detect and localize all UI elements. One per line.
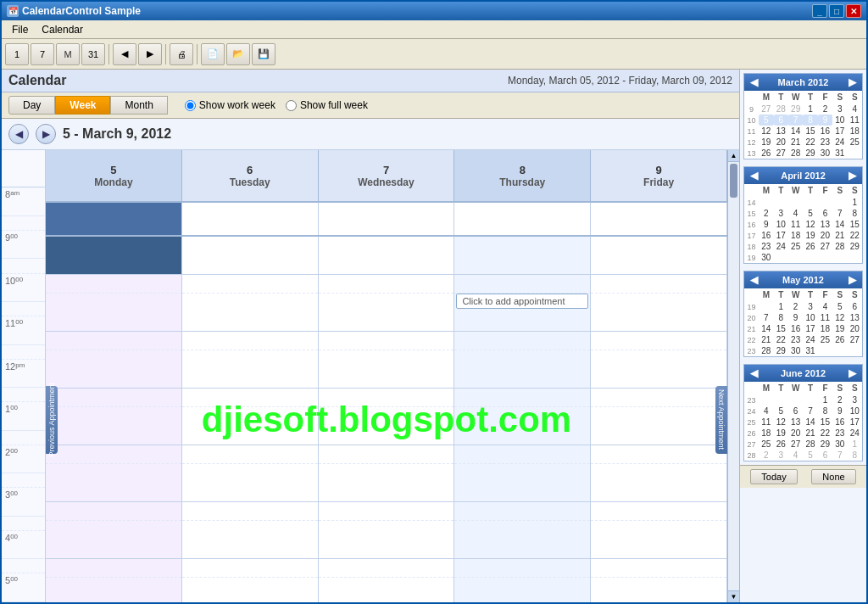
next-button[interactable]: ▶	[36, 124, 56, 144]
mini-date[interactable]: 31	[832, 148, 847, 159]
tab-month[interactable]: Month	[110, 96, 167, 115]
mini-april-prev[interactable]: ◀	[747, 170, 761, 182]
mini-march-prev[interactable]: ◀	[747, 76, 761, 88]
day-col-wednesday[interactable]	[319, 237, 455, 602]
tab-day[interactable]: Day	[8, 96, 55, 115]
appointment-placeholder[interactable]: Click to add appointment	[456, 294, 588, 309]
open-button[interactable]: 📂	[226, 43, 250, 65]
scroll-thumb[interactable]	[730, 164, 737, 198]
mini-date[interactable]: 2	[818, 103, 832, 115]
radio-full-week-input[interactable]	[286, 100, 297, 111]
today-button[interactable]: Today	[750, 469, 797, 484]
mini-date-9[interactable]: 9	[818, 115, 832, 126]
tab-week[interactable]: Week	[55, 96, 110, 115]
menu-file[interactable]: File	[5, 22, 35, 37]
mini-date-11[interactable]: 11	[848, 115, 862, 126]
mini-march-next[interactable]: ▶	[845, 76, 860, 88]
mini-date[interactable]: 29	[788, 103, 803, 115]
week-view-button[interactable]: 7	[31, 43, 54, 65]
mini-date[interactable]	[848, 148, 862, 159]
mini-date[interactable]: 27	[759, 103, 773, 115]
mini-date[interactable]: 14	[788, 126, 803, 137]
toolbar: 1 7 M 31 ◀ ▶ 🖨 📄 📂 💾	[2, 39, 866, 70]
mini-date[interactable]: 28	[788, 148, 803, 159]
menu-calendar[interactable]: Calendar	[35, 22, 90, 37]
mini-date-7[interactable]: 7	[788, 115, 803, 126]
tue-11	[182, 407, 318, 445]
mini-date-5[interactable]: 5	[759, 115, 773, 126]
day-view-button[interactable]: 1	[5, 43, 29, 65]
day-col-monday[interactable]	[46, 237, 182, 602]
mini-date[interactable]: 21	[788, 137, 803, 148]
scroll-down-button[interactable]: ▼	[728, 590, 739, 602]
mini-date[interactable]: 19	[759, 137, 773, 148]
day-col-thursday[interactable]: Click to add appointment	[454, 237, 591, 602]
mini-date[interactable]: 23	[818, 137, 832, 148]
mini-date[interactable]: 24	[832, 137, 847, 148]
print-button[interactable]: 🖨	[170, 43, 193, 65]
mini-date[interactable]: 26	[759, 148, 773, 159]
time-slot-8am: 8am	[2, 187, 45, 215]
minimize-button[interactable]: _	[812, 4, 827, 18]
mini-date[interactable]: 18	[848, 126, 862, 137]
day-header-wednesday[interactable]: 7 Wednesday	[319, 150, 455, 201]
allday-thursday	[454, 203, 591, 235]
mini-date[interactable]: 17	[832, 126, 847, 137]
mini-date[interactable]: 15	[803, 126, 817, 137]
mini-date[interactable]: 25	[848, 137, 862, 148]
mini-date[interactable]: 27	[774, 148, 788, 159]
menu-bar: File Calendar	[2, 20, 866, 39]
mini-date[interactable]: 22	[803, 137, 817, 148]
maximize-button[interactable]: □	[829, 4, 844, 18]
save-button[interactable]: 💾	[252, 43, 275, 65]
none-button[interactable]: None	[811, 469, 855, 484]
prev-period-button[interactable]: ◀	[113, 43, 136, 65]
day-header-friday[interactable]: 9 Friday	[591, 150, 727, 201]
next-appointment-button[interactable]: Next Appointment	[715, 386, 727, 454]
time-slot-5: 500	[2, 573, 45, 601]
wed-8	[319, 237, 454, 275]
mini-may-next[interactable]: ▶	[845, 274, 860, 286]
next-period-button[interactable]: ▶	[138, 43, 162, 65]
mini-date-8[interactable]: 8	[803, 115, 817, 126]
day-header-monday[interactable]: 5 Monday	[46, 150, 182, 201]
mini-date[interactable]: 30	[818, 148, 832, 159]
mini-date-10[interactable]: 10	[832, 115, 847, 126]
mini-date[interactable]: 16	[818, 126, 832, 137]
mini-cal-june-header: ◀ June 2012 ▶	[744, 365, 862, 382]
mini-date[interactable]: 28	[774, 103, 788, 115]
mini-june-next[interactable]: ▶	[845, 367, 860, 379]
mini-may-weekdays: MTWTFSS	[744, 288, 862, 301]
radio-work-week-input[interactable]	[185, 100, 196, 111]
mini-date[interactable]: 20	[774, 137, 788, 148]
mini-date[interactable]: 3	[832, 103, 847, 115]
radio-full-week[interactable]: Show full week	[286, 99, 368, 111]
scroll-up-button[interactable]: ▲	[728, 150, 739, 162]
new-button[interactable]: 📄	[201, 43, 225, 65]
day-col-friday[interactable]	[591, 237, 727, 602]
prev-button[interactable]: ◀	[8, 124, 29, 144]
31-view-button[interactable]: 31	[81, 43, 105, 65]
mini-date[interactable]: 4	[848, 103, 862, 115]
radio-work-week[interactable]: Show work week	[185, 99, 275, 111]
mini-may-prev[interactable]: ◀	[747, 274, 761, 286]
monday-130	[46, 559, 181, 578]
prev-appointment-button[interactable]: Previous Appointment	[46, 386, 58, 454]
mini-date[interactable]: 1	[803, 103, 817, 115]
day-header-tuesday[interactable]: 6 Tuesday	[182, 150, 319, 201]
mini-date[interactable]: 29	[803, 148, 817, 159]
close-button[interactable]: ✕	[846, 4, 861, 18]
mini-date[interactable]: 13	[774, 126, 788, 137]
thu-2	[454, 578, 590, 602]
month-view-button[interactable]: M	[56, 43, 80, 65]
mini-date-6[interactable]: 6	[774, 115, 788, 126]
mini-june-prev[interactable]: ◀	[747, 367, 761, 379]
mini-date[interactable]: 12	[759, 126, 773, 137]
allday-friday	[591, 203, 727, 235]
day-header-thursday[interactable]: 8 Thursday	[454, 150, 591, 201]
monday-830	[46, 275, 181, 294]
day-col-tuesday[interactable]	[182, 237, 319, 602]
fri-830	[591, 275, 726, 294]
mini-march-week-13: 13 26 27 28 29 30 31	[744, 148, 862, 159]
mini-april-next[interactable]: ▶	[845, 170, 860, 182]
